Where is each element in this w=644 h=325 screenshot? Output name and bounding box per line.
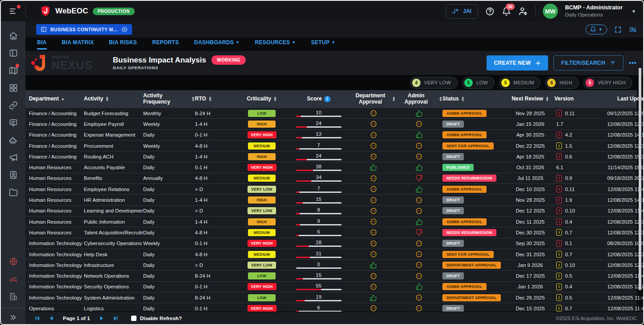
score-info-icon[interactable]: i (324, 96, 330, 102)
list-search-icon[interactable] (629, 25, 637, 33)
cell-admin-approval (396, 283, 442, 290)
summary-pill-very-high[interactable]: 5VERY HIGH (583, 77, 632, 89)
sidebar-item-home-icon[interactable] (1, 27, 25, 44)
cell-score: 31 (286, 251, 351, 258)
board-notifications-button[interactable]: ▼ (586, 25, 607, 34)
table-row[interactable]: Human ResourcesLearning and DevelopmentD… (25, 206, 637, 217)
table-row[interactable]: Human ResourcesAccounts PayableDaily0-1 … (25, 162, 637, 173)
previous-page-button[interactable] (48, 315, 54, 321)
cell-frequency: Daily (143, 262, 195, 268)
summary-pill-very-low[interactable]: 4VERY LOW (410, 77, 458, 89)
cell-last-updated: 12/08/2025 12:28:36 (594, 284, 644, 289)
column-header-department[interactable]: Department▲ (29, 96, 84, 102)
close-icon[interactable] (121, 26, 128, 33)
table-row[interactable]: Finance / AccountingProcurementWeekly4-8… (25, 141, 637, 151)
cell-frequency: Daily (143, 273, 195, 279)
working-status-badge: WORKING (211, 55, 246, 65)
disable-refresh-checkbox[interactable] (131, 316, 136, 321)
summary-pill-high[interactable]: 6HIGH (545, 77, 579, 89)
sidebar-item-folder-icon[interactable] (1, 183, 25, 201)
status-badge: DRAFT (442, 240, 464, 247)
sidebar-item-globe-icon[interactable] (1, 253, 25, 270)
table-row[interactable]: Information TechnologySecurity Operation… (25, 282, 637, 292)
jai-spark-icon (452, 8, 460, 15)
workspace-tab-business-continuity[interactable]: BUSINESS CONTINUITY M... (36, 24, 132, 35)
sidebar-item-link-icon[interactable] (1, 96, 25, 114)
tab-bia-risks[interactable]: BIA RISKS (109, 39, 137, 48)
tab-reports[interactable]: REPORTS (152, 39, 179, 48)
sidebar-item-puzzle-icon[interactable] (1, 131, 25, 149)
cell-criticality: VERY HIGH (237, 131, 286, 138)
cell-version: !0.11 (554, 110, 594, 117)
sidebar-item-grid-icon[interactable] (1, 79, 25, 96)
table-row[interactable]: Finance / AccountingEmployee PayrollWeek… (25, 119, 637, 129)
column-header-last-updated[interactable]: Last Updated▲▼ (594, 96, 644, 102)
create-new-button[interactable]: CREATE NEW (487, 55, 548, 71)
column-header-status[interactable]: Status▲▼ (442, 96, 506, 102)
table-row[interactable]: Finance / AccountingExpense ManagementDa… (25, 130, 637, 141)
vertical-scrollbar[interactable] (639, 68, 641, 290)
table-row[interactable]: Information TechnologyCybersecurity Oper… (25, 238, 637, 249)
next-page-button[interactable] (99, 315, 105, 321)
cell-status: DRAFT (442, 240, 506, 247)
table-row[interactable]: Finance / AccountingRouting ACHDaily1-4 … (25, 151, 637, 162)
column-header-version[interactable]: Version (554, 96, 594, 102)
last-page-button[interactable] (113, 315, 119, 321)
tab-bia[interactable]: BIA (37, 39, 47, 50)
table-row[interactable]: Human ResourcesHR AdministrationDaily1-4… (25, 195, 637, 205)
user-avatar[interactable]: MW (543, 4, 558, 19)
column-header-activity[interactable]: Activity▲▼ (84, 96, 143, 102)
table-row[interactable]: Information TechnologyNetwork Operations… (25, 271, 637, 281)
cell-rto: 0-1 H (195, 165, 237, 170)
notifications-bell-icon[interactable]: 20 (502, 7, 511, 16)
cell-department-approval (351, 153, 396, 160)
column-header-activity-frequency[interactable]: Activity Frequency▲▼ (143, 93, 195, 105)
first-page-button[interactable] (34, 315, 40, 321)
user-settings-icon[interactable] (518, 6, 528, 16)
summary-pill-medium[interactable]: 5MEDIUM (499, 77, 541, 89)
fullscreen-icon[interactable] (614, 26, 622, 33)
table-row[interactable]: Human ResourcesBenefitsAnnually4-8 HMEDI… (25, 173, 637, 184)
hamburger-menu-icon[interactable] (9, 7, 18, 16)
column-header-next-review[interactable]: Next Review▲▼ (506, 96, 554, 102)
more-actions-button[interactable]: ••• (629, 59, 637, 67)
cell-criticality: LOW (237, 110, 286, 117)
column-header-department-approval[interactable]: Department Approval▲▼ (351, 93, 396, 105)
tab-dashboards[interactable]: DASHBOARDS▼ (194, 39, 239, 48)
sidebar-expand-button[interactable] (9, 311, 17, 324)
help-icon[interactable] (485, 7, 495, 16)
column-header-admin-approval[interactable]: Admin Approval▲▼ (396, 93, 442, 105)
table-row[interactable]: Information TechnologySystem Administrat… (25, 292, 637, 303)
jai-button[interactable]: JAI (446, 4, 478, 19)
cell-next-review: Dec 31 2025 (506, 252, 554, 257)
cell-criticality: VERY HIGH (237, 240, 286, 247)
sidebar-item-megaphone-icon[interactable] (1, 149, 25, 166)
summary-pill-low[interactable]: 5LOW (462, 77, 495, 89)
sidebar-item-building-icon[interactable] (1, 288, 25, 305)
table-row[interactable]: Human ResourcesTalent Acquisition/Recrui… (25, 227, 637, 238)
user-menu-caret-icon[interactable]: ▼ (632, 9, 636, 14)
sidebar-item-map-icon[interactable] (1, 62, 25, 79)
sidebar-item-message-icon[interactable] (1, 114, 25, 131)
tab-bia-matrix[interactable]: BIA MATRIX (62, 39, 94, 48)
table-row[interactable]: Finance / AccountingBudget ForecastingMo… (25, 108, 637, 119)
cell-admin-approval (396, 175, 442, 182)
tab-setup[interactable]: SETUP▼ (311, 39, 335, 48)
table-row[interactable]: Information TechnologyInfrastructureDail… (25, 260, 637, 271)
cell-score: 9 (286, 218, 351, 225)
sidebar-item-panels-icon[interactable] (1, 44, 25, 62)
column-header-score[interactable]: Scorei (286, 96, 351, 102)
tab-resources[interactable]: RESOURCES▼ (255, 39, 296, 48)
thumbs-up-icon (416, 131, 423, 138)
table-row[interactable]: Information TechnologyHelp DeskDaily4-8 … (25, 249, 637, 260)
column-header-criticality[interactable]: Criticality▲▼ (237, 96, 286, 102)
table-row[interactable]: Human ResourcesPublic InformationDaily1-… (25, 217, 637, 227)
table-row[interactable]: Human ResourcesEmployee RelationsDaily> … (25, 184, 637, 195)
sidebar-item-id-card-icon[interactable] (1, 166, 25, 183)
cell-department-approval (351, 218, 396, 225)
filter-search-button[interactable]: FILTER/SEARCH (553, 55, 623, 71)
cell-activity: Expense Management (84, 132, 143, 138)
pending-icon (415, 261, 423, 269)
sidebar-item-chart-search-icon[interactable] (1, 270, 25, 288)
column-header-rto[interactable]: RTO▲▼ (195, 96, 237, 102)
